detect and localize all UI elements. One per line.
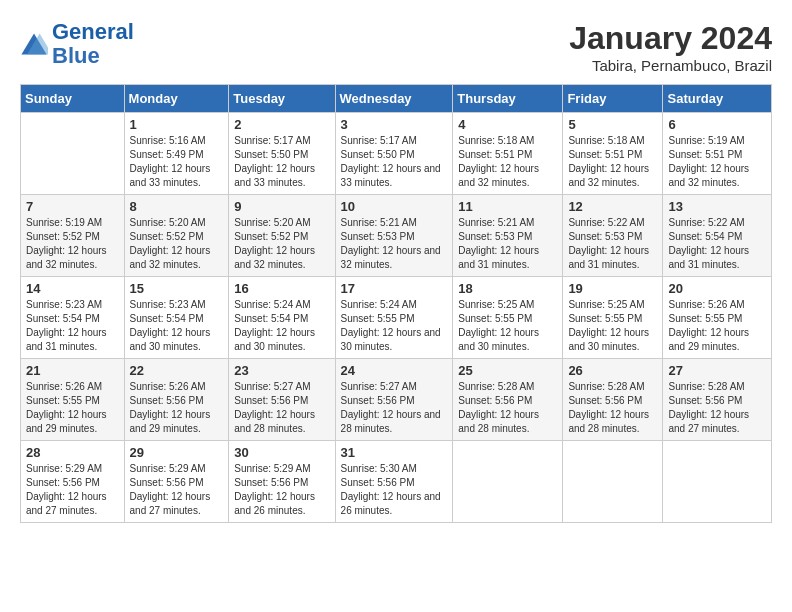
day-info: Sunrise: 5:24 AMSunset: 5:55 PMDaylight:…: [341, 298, 448, 354]
logo-icon: [20, 30, 48, 58]
day-cell: 5Sunrise: 5:18 AMSunset: 5:51 PMDaylight…: [563, 113, 663, 195]
col-header-wednesday: Wednesday: [335, 85, 453, 113]
day-number: 3: [341, 117, 448, 132]
day-number: 16: [234, 281, 329, 296]
day-cell: [563, 441, 663, 523]
day-number: 8: [130, 199, 224, 214]
month-title: January 2024: [569, 20, 772, 57]
day-info: Sunrise: 5:25 AMSunset: 5:55 PMDaylight:…: [458, 298, 557, 354]
col-header-sunday: Sunday: [21, 85, 125, 113]
day-info: Sunrise: 5:16 AMSunset: 5:49 PMDaylight:…: [130, 134, 224, 190]
day-number: 13: [668, 199, 766, 214]
day-cell: 3Sunrise: 5:17 AMSunset: 5:50 PMDaylight…: [335, 113, 453, 195]
day-number: 21: [26, 363, 119, 378]
day-number: 30: [234, 445, 329, 460]
day-info: Sunrise: 5:26 AMSunset: 5:55 PMDaylight:…: [668, 298, 766, 354]
day-cell: 11Sunrise: 5:21 AMSunset: 5:53 PMDayligh…: [453, 195, 563, 277]
week-row-1: 1Sunrise: 5:16 AMSunset: 5:49 PMDaylight…: [21, 113, 772, 195]
day-cell: [663, 441, 772, 523]
logo-line1: General: [52, 19, 134, 44]
col-header-thursday: Thursday: [453, 85, 563, 113]
day-info: Sunrise: 5:23 AMSunset: 5:54 PMDaylight:…: [130, 298, 224, 354]
day-number: 1: [130, 117, 224, 132]
day-number: 17: [341, 281, 448, 296]
day-number: 27: [668, 363, 766, 378]
day-cell: 21Sunrise: 5:26 AMSunset: 5:55 PMDayligh…: [21, 359, 125, 441]
day-cell: 25Sunrise: 5:28 AMSunset: 5:56 PMDayligh…: [453, 359, 563, 441]
day-number: 4: [458, 117, 557, 132]
day-info: Sunrise: 5:26 AMSunset: 5:56 PMDaylight:…: [130, 380, 224, 436]
day-number: 11: [458, 199, 557, 214]
day-number: 10: [341, 199, 448, 214]
day-cell: 10Sunrise: 5:21 AMSunset: 5:53 PMDayligh…: [335, 195, 453, 277]
day-cell: 8Sunrise: 5:20 AMSunset: 5:52 PMDaylight…: [124, 195, 229, 277]
day-cell: 14Sunrise: 5:23 AMSunset: 5:54 PMDayligh…: [21, 277, 125, 359]
day-number: 12: [568, 199, 657, 214]
day-info: Sunrise: 5:23 AMSunset: 5:54 PMDaylight:…: [26, 298, 119, 354]
day-number: 22: [130, 363, 224, 378]
day-info: Sunrise: 5:17 AMSunset: 5:50 PMDaylight:…: [234, 134, 329, 190]
day-cell: 24Sunrise: 5:27 AMSunset: 5:56 PMDayligh…: [335, 359, 453, 441]
day-cell: 15Sunrise: 5:23 AMSunset: 5:54 PMDayligh…: [124, 277, 229, 359]
day-info: Sunrise: 5:27 AMSunset: 5:56 PMDaylight:…: [234, 380, 329, 436]
day-cell: 13Sunrise: 5:22 AMSunset: 5:54 PMDayligh…: [663, 195, 772, 277]
day-cell: 4Sunrise: 5:18 AMSunset: 5:51 PMDaylight…: [453, 113, 563, 195]
calendar-table: SundayMondayTuesdayWednesdayThursdayFrid…: [20, 84, 772, 523]
location: Tabira, Pernambuco, Brazil: [569, 57, 772, 74]
day-cell: 2Sunrise: 5:17 AMSunset: 5:50 PMDaylight…: [229, 113, 335, 195]
day-info: Sunrise: 5:24 AMSunset: 5:54 PMDaylight:…: [234, 298, 329, 354]
day-number: 24: [341, 363, 448, 378]
day-cell: 7Sunrise: 5:19 AMSunset: 5:52 PMDaylight…: [21, 195, 125, 277]
day-info: Sunrise: 5:26 AMSunset: 5:55 PMDaylight:…: [26, 380, 119, 436]
day-info: Sunrise: 5:28 AMSunset: 5:56 PMDaylight:…: [668, 380, 766, 436]
day-number: 29: [130, 445, 224, 460]
day-number: 9: [234, 199, 329, 214]
day-number: 15: [130, 281, 224, 296]
day-number: 14: [26, 281, 119, 296]
day-info: Sunrise: 5:29 AMSunset: 5:56 PMDaylight:…: [234, 462, 329, 518]
header-row: SundayMondayTuesdayWednesdayThursdayFrid…: [21, 85, 772, 113]
logo: General Blue: [20, 20, 134, 68]
day-info: Sunrise: 5:28 AMSunset: 5:56 PMDaylight:…: [458, 380, 557, 436]
day-cell: 29Sunrise: 5:29 AMSunset: 5:56 PMDayligh…: [124, 441, 229, 523]
day-info: Sunrise: 5:18 AMSunset: 5:51 PMDaylight:…: [458, 134, 557, 190]
day-info: Sunrise: 5:28 AMSunset: 5:56 PMDaylight:…: [568, 380, 657, 436]
day-info: Sunrise: 5:22 AMSunset: 5:54 PMDaylight:…: [668, 216, 766, 272]
day-number: 26: [568, 363, 657, 378]
week-row-2: 7Sunrise: 5:19 AMSunset: 5:52 PMDaylight…: [21, 195, 772, 277]
day-info: Sunrise: 5:29 AMSunset: 5:56 PMDaylight:…: [130, 462, 224, 518]
day-cell: 17Sunrise: 5:24 AMSunset: 5:55 PMDayligh…: [335, 277, 453, 359]
day-info: Sunrise: 5:22 AMSunset: 5:53 PMDaylight:…: [568, 216, 657, 272]
day-info: Sunrise: 5:19 AMSunset: 5:51 PMDaylight:…: [668, 134, 766, 190]
day-info: Sunrise: 5:18 AMSunset: 5:51 PMDaylight:…: [568, 134, 657, 190]
day-cell: 31Sunrise: 5:30 AMSunset: 5:56 PMDayligh…: [335, 441, 453, 523]
week-row-4: 21Sunrise: 5:26 AMSunset: 5:55 PMDayligh…: [21, 359, 772, 441]
day-number: 6: [668, 117, 766, 132]
col-header-monday: Monday: [124, 85, 229, 113]
logo-text: General Blue: [52, 20, 134, 68]
day-info: Sunrise: 5:27 AMSunset: 5:56 PMDaylight:…: [341, 380, 448, 436]
day-cell: 18Sunrise: 5:25 AMSunset: 5:55 PMDayligh…: [453, 277, 563, 359]
col-header-saturday: Saturday: [663, 85, 772, 113]
logo-line2: Blue: [52, 43, 100, 68]
day-info: Sunrise: 5:30 AMSunset: 5:56 PMDaylight:…: [341, 462, 448, 518]
day-info: Sunrise: 5:17 AMSunset: 5:50 PMDaylight:…: [341, 134, 448, 190]
day-info: Sunrise: 5:25 AMSunset: 5:55 PMDaylight:…: [568, 298, 657, 354]
day-cell: [453, 441, 563, 523]
day-number: 19: [568, 281, 657, 296]
day-number: 5: [568, 117, 657, 132]
day-number: 20: [668, 281, 766, 296]
day-number: 31: [341, 445, 448, 460]
day-info: Sunrise: 5:21 AMSunset: 5:53 PMDaylight:…: [458, 216, 557, 272]
col-header-friday: Friday: [563, 85, 663, 113]
day-cell: 6Sunrise: 5:19 AMSunset: 5:51 PMDaylight…: [663, 113, 772, 195]
day-number: 7: [26, 199, 119, 214]
day-number: 23: [234, 363, 329, 378]
day-number: 18: [458, 281, 557, 296]
col-header-tuesday: Tuesday: [229, 85, 335, 113]
day-info: Sunrise: 5:20 AMSunset: 5:52 PMDaylight:…: [130, 216, 224, 272]
day-cell: 19Sunrise: 5:25 AMSunset: 5:55 PMDayligh…: [563, 277, 663, 359]
day-info: Sunrise: 5:29 AMSunset: 5:56 PMDaylight:…: [26, 462, 119, 518]
day-info: Sunrise: 5:19 AMSunset: 5:52 PMDaylight:…: [26, 216, 119, 272]
day-cell: 16Sunrise: 5:24 AMSunset: 5:54 PMDayligh…: [229, 277, 335, 359]
